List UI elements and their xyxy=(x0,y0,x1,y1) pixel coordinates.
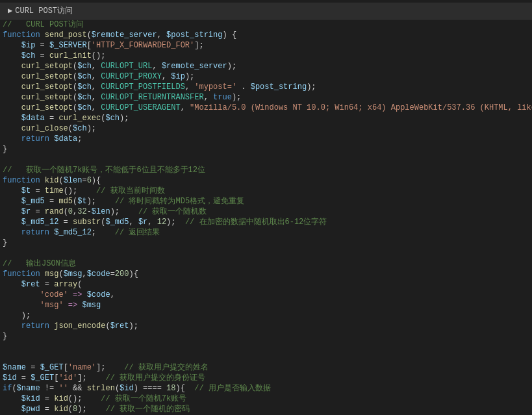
code-line: $name = $_GET['name']; // 获取用户提交的姓名 xyxy=(0,362,532,373)
code-line: $kid = kid(); // 获取一个随机7k账号 xyxy=(0,394,532,404)
code-line: $ch = curl_init(); xyxy=(0,51,532,61)
code-line: $ip = $_SERVER['HTTP_X_FORWARDED_FOR']; xyxy=(0,40,532,51)
line-content: // CURL POST访问 xyxy=(3,19,529,30)
code-line xyxy=(0,155,532,165)
line-content: $ret = array( xyxy=(3,279,529,290)
code-line: ); xyxy=(0,310,532,321)
line-content: curl_setopt($ch, CURLOPT_USERAGENT, "Moz… xyxy=(3,103,532,113)
line-content: return json_encode($ret); xyxy=(3,321,529,331)
code-editor: ▶ CURL POST访问 // CURL POST访问function sen… xyxy=(0,0,532,415)
line-content: curl_setopt($ch, CURLOPT_POSTFIELDS, 'my… xyxy=(3,82,529,92)
line-content: $_md5_12 = substr($_md5, $r, 12); // 在加密… xyxy=(3,217,529,227)
title-icon: ▶ xyxy=(8,6,12,16)
title-text: CURL POST访问 xyxy=(15,5,73,16)
code-line: return json_encode($ret); xyxy=(0,321,532,331)
line-content: $ch = curl_init(); xyxy=(3,51,529,61)
code-line: $ret = array( xyxy=(0,279,532,290)
line-content: 'msg' => $msg xyxy=(3,300,529,310)
code-line: $_md5 = md5($t); // 将时间戳转为MD5格式，避免重复 xyxy=(0,196,532,207)
line-content: function msg($msg,$code=200){ xyxy=(3,269,529,279)
code-line: curl_setopt($ch, CURLOPT_RETURNTRANSFER,… xyxy=(0,92,532,103)
code-line: $_md5_12 = substr($_md5, $r, 12); // 在加密… xyxy=(0,217,532,227)
code-line: curl_setopt($ch, CURLOPT_URL, $remote_se… xyxy=(0,61,532,71)
line-content: $ip = $_SERVER['HTTP_X_FORWARDED_FOR']; xyxy=(3,40,529,51)
code-line: curl_close($ch); xyxy=(0,123,532,134)
line-content: $data = curl_exec($ch); xyxy=(3,113,529,123)
code-line: function msg($msg,$code=200){ xyxy=(0,269,532,279)
line-content: ); xyxy=(3,310,529,321)
code-line: return $_md5_12; // 返回结果 xyxy=(0,227,532,238)
code-line: curl_setopt($ch, CURLOPT_POSTFIELDS, 'my… xyxy=(0,82,532,92)
line-content: return $data; xyxy=(3,134,529,144)
line-content: curl_setopt($ch, CURLOPT_PROXY, $ip); xyxy=(3,71,529,82)
line-content: 'code' => $code, xyxy=(3,290,529,300)
code-lines: // CURL POST访问function send_post($remote… xyxy=(0,19,532,415)
code-line: } xyxy=(0,331,532,342)
line-content: $kid = kid(); // 获取一个随机7k账号 xyxy=(3,394,529,404)
line-content: curl_close($ch); xyxy=(3,123,529,134)
code-line: $r = rand(0,32-$len); // 获取一个随机数 xyxy=(0,207,532,217)
line-content: function kid($len=6){ xyxy=(3,175,529,186)
code-line xyxy=(0,248,532,258)
line-content: $t = time(); // 获取当前时间数 xyxy=(3,186,529,196)
line-content: } xyxy=(3,331,529,342)
code-line: $t = time(); // 获取当前时间数 xyxy=(0,186,532,196)
code-line: function send_post($remote_server, $post… xyxy=(0,30,532,40)
line-content: curl_setopt($ch, CURLOPT_URL, $remote_se… xyxy=(3,61,529,71)
line-content: $r = rand(0,32-$len); // 获取一个随机数 xyxy=(3,207,529,217)
code-line: } xyxy=(0,238,532,248)
line-content: $pwd = kid(8); // 获取一个随机的密码 xyxy=(3,404,529,414)
code-line: function kid($len=6){ xyxy=(0,175,532,186)
code-line xyxy=(0,352,532,362)
code-line: // CURL POST访问 xyxy=(0,19,532,30)
code-line: // 获取一个随机7k账号，不能低于6位且不能多于12位 xyxy=(0,165,532,175)
line-content: // 输出JSON信息 xyxy=(3,258,529,269)
code-line: $pwd = kid(8); // 获取一个随机的密码 xyxy=(0,404,532,414)
line-content: return $_md5_12; // 返回结果 xyxy=(3,227,529,238)
code-line: 'msg' => $msg xyxy=(0,300,532,310)
line-content: $_md5 = md5($t); // 将时间戳转为MD5格式，避免重复 xyxy=(3,196,529,207)
line-content: // 获取一个随机7k账号，不能低于6位且不能多于12位 xyxy=(3,165,529,175)
title-bar: ▶ CURL POST访问 xyxy=(0,3,532,19)
code-line: if($name != '' && strlen($id) ==== 18){ … xyxy=(0,383,532,394)
line-content: if($name != '' && strlen($id) ==== 18){ … xyxy=(3,383,529,394)
code-line xyxy=(0,342,532,352)
line-content: curl_setopt($ch, CURLOPT_RETURNTRANSFER,… xyxy=(3,92,529,103)
line-content: } xyxy=(3,144,529,155)
code-line: $id = $_GET['id']; // 获取用户提交的身份证号 xyxy=(0,373,532,383)
code-line: // 输出JSON信息 xyxy=(0,258,532,269)
line-content: $id = $_GET['id']; // 获取用户提交的身份证号 xyxy=(3,373,529,383)
line-content: function send_post($remote_server, $post… xyxy=(3,30,529,40)
code-line: curl_setopt($ch, CURLOPT_USERAGENT, "Moz… xyxy=(0,103,532,113)
line-content: } xyxy=(3,238,529,248)
code-line: curl_setopt($ch, CURLOPT_PROXY, $ip); xyxy=(0,71,532,82)
code-line: return $data; xyxy=(0,134,532,144)
code-line: } xyxy=(0,144,532,155)
line-content: $name = $_GET['name']; // 获取用户提交的姓名 xyxy=(3,362,529,373)
code-line: $data = curl_exec($ch); xyxy=(0,113,532,123)
code-line: 'code' => $code, xyxy=(0,290,532,300)
